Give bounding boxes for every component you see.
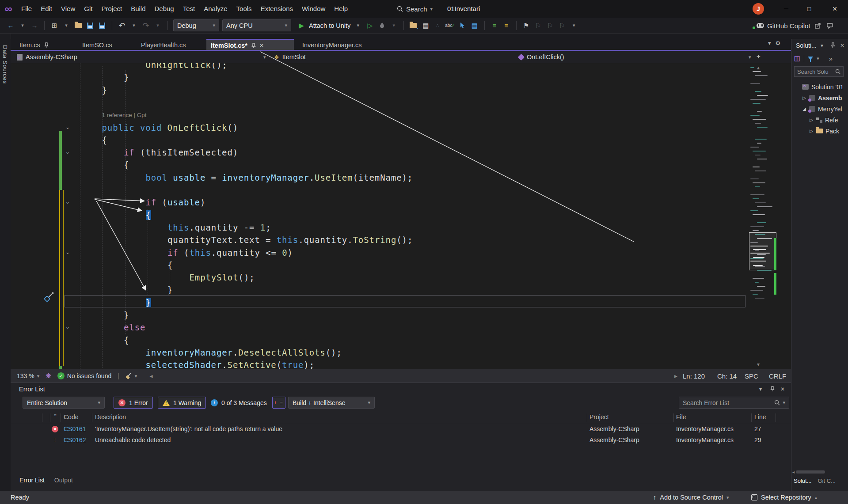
minimap[interactable] <box>747 53 779 369</box>
back-dropdown-icon[interactable]: ▾ <box>18 20 27 31</box>
format-document-icon[interactable]: ▤ <box>470 20 479 31</box>
expander-collapsed-icon[interactable]: ▷ <box>802 95 806 100</box>
column-header-code[interactable]: Code <box>64 413 78 421</box>
open-folder-icon[interactable] <box>74 20 83 31</box>
uncomment-lines-icon[interactable]: ≡ <box>502 20 511 31</box>
toolbar-overflow-icon[interactable]: ▾ <box>570 20 578 31</box>
menu-debug[interactable]: Debug <box>150 0 179 18</box>
messages-filter-toggle[interactable]: i 0 of 3 Messages <box>211 397 267 409</box>
fold-chevron-icon[interactable]: ⌄ <box>64 148 72 155</box>
error-list-search-box[interactable]: Search Error List ▾ <box>679 397 789 409</box>
avatar[interactable]: J <box>753 3 764 15</box>
type-dropdown[interactable]: ❖ ItemSlot <box>274 51 306 63</box>
redo-icon[interactable]: ↷ <box>141 20 150 31</box>
find-in-files-icon[interactable] <box>409 20 418 31</box>
menu-file[interactable]: File <box>17 0 36 18</box>
scroll-down-icon[interactable]: ▾ <box>757 361 760 368</box>
scroll-right-icon[interactable]: ▸ <box>674 372 677 379</box>
tab-solution-explorer[interactable]: Solut... <box>794 477 811 484</box>
hot-reload-dropdown-icon[interactable]: ▾ <box>389 20 398 31</box>
comment-lines-icon[interactable]: ≡ <box>490 20 499 31</box>
menu-test[interactable]: Test <box>179 0 200 18</box>
redo-dropdown-icon[interactable]: ▾ <box>153 20 162 31</box>
column-header-file[interactable]: File <box>676 413 686 421</box>
toggle-bookmark-icon[interactable]: ⚑ <box>522 20 531 31</box>
tab-settings-gear-icon[interactable]: ⚙ <box>776 40 781 46</box>
quick-actions-screwdriver-icon[interactable] <box>43 291 55 303</box>
attach-dropdown-icon[interactable]: ▾ <box>354 20 362 31</box>
save-icon[interactable] <box>86 20 95 31</box>
cell-code[interactable]: CS0161 <box>64 425 86 432</box>
close-button[interactable]: ✕ <box>823 0 846 18</box>
column-header-line[interactable]: Line <box>754 413 766 421</box>
fold-chevron-icon[interactable]: ⌄ <box>64 249 72 255</box>
tree-item-Pack[interactable]: ▷Pack <box>791 125 848 136</box>
tab-Item.cs[interactable]: Item.cs <box>15 39 74 51</box>
close-icon[interactable]: ✕ <box>840 42 844 49</box>
sprinkle-icon[interactable]: ∴ <box>433 20 442 31</box>
copilot-label[interactable]: GitHub Copilot <box>767 22 810 30</box>
menu-tools[interactable]: Tools <box>232 0 256 18</box>
select-repository-button[interactable]: Select Repository ▴ <box>751 491 817 504</box>
document-health-indicator[interactable]: ✓ No issues found <box>57 372 111 379</box>
menu-view[interactable]: View <box>57 0 80 18</box>
pin-icon[interactable] <box>770 386 775 393</box>
filter-funnel-icon[interactable] <box>808 57 813 60</box>
chevron-down-icon[interactable]: ▾ <box>817 56 819 61</box>
tab-output[interactable]: Output <box>54 477 73 484</box>
expander-expanded-icon[interactable]: ◢ <box>802 106 806 111</box>
tab-git-changes[interactable]: Git C... <box>818 477 835 484</box>
zoom-control[interactable]: 133 % ▾ <box>17 372 39 379</box>
tab-ItemSlot.cs[interactable]: ItemSlot.cs*✕ <box>206 39 294 51</box>
member-dropdown[interactable]: OnLeftClick() <box>519 51 564 63</box>
previous-bookmark-icon[interactable]: ⚐ <box>534 20 543 31</box>
menu-project[interactable]: Project <box>97 0 126 18</box>
spell-check-icon[interactable]: abc✓ <box>445 20 455 31</box>
selection-pointer-icon[interactable] <box>458 20 467 31</box>
data-sources-vertical-tab[interactable]: Data Sources <box>2 45 8 84</box>
hot-reload-icon[interactable] <box>377 20 386 31</box>
tab-ItemSO.cs[interactable]: ItemSO.cs <box>78 39 133 51</box>
navigate-back-icon[interactable]: ← <box>6 20 15 31</box>
column-header-project[interactable]: Project <box>589 413 609 421</box>
intellicode-icon[interactable]: ❋ <box>46 372 51 380</box>
codelens-reference[interactable]: 1 reference | Gpt <box>80 110 147 121</box>
tree-item-MerryYel[interactable]: ◢MerryYel <box>791 103 848 114</box>
fold-chevron-icon[interactable]: ⌄ <box>64 323 72 330</box>
solution-search-box[interactable]: Search Solu <box>794 66 844 77</box>
project-dropdown[interactable]: Assembly-CSharp <box>17 51 77 63</box>
filter-button[interactable]: ≡ <box>272 397 285 409</box>
menu-git[interactable]: Git <box>80 0 97 18</box>
fold-chevron-icon[interactable]: ⌄ <box>64 124 72 130</box>
maximize-button[interactable]: □ <box>798 0 821 18</box>
clear-bookmarks-icon[interactable]: ⚐ <box>558 20 567 31</box>
minimap-viewport[interactable] <box>749 232 776 270</box>
menu-extensions[interactable]: Extensions <box>256 0 297 18</box>
scroll-left-icon[interactable]: ◂ <box>149 372 152 379</box>
solution-configuration-dropdown[interactable]: Debug▾ <box>173 19 219 31</box>
source-dropdown[interactable]: Build + IntelliSense▾ <box>288 397 375 409</box>
tree-item-Assemb[interactable]: ▷Assemb <box>791 92 848 103</box>
code-cleanup-button[interactable]: ▾ <box>125 373 137 379</box>
start-without-debugging-icon[interactable]: ▷ <box>365 20 374 31</box>
panel-dropdown-icon[interactable]: ▾ <box>821 42 823 49</box>
chevron-down-icon[interactable]: ▾ <box>263 54 266 60</box>
navigate-forward-icon[interactable]: → <box>30 20 39 31</box>
scope-dropdown[interactable]: Entire Solution▾ <box>23 397 105 409</box>
menu-edit[interactable]: Edit <box>36 0 57 18</box>
cell-code[interactable]: CS0162 <box>64 436 86 443</box>
start-debugging-icon[interactable]: ▶ <box>297 20 306 31</box>
error-row[interactable]: CS0162Unreachable code detectedAssembly-… <box>11 435 791 446</box>
copilot-chat-icon[interactable] <box>825 20 834 31</box>
tree-item-Refe[interactable]: ▷Refe <box>791 114 848 125</box>
document-list-dropdown-icon[interactable]: ▾ <box>768 40 771 46</box>
menu-analyze[interactable]: Analyze <box>199 0 232 18</box>
tab-InventoryManager.cs[interactable]: InventoryManager.cs <box>298 39 391 51</box>
panel-dropdown-icon[interactable]: ▾ <box>759 386 762 392</box>
add-to-source-control-button[interactable]: ↑ Add to Source Control ▾ <box>653 491 729 504</box>
solution-explorer-sync-icon[interactable]: ▤ <box>421 20 430 31</box>
pin-icon[interactable] <box>830 42 835 49</box>
menu-build[interactable]: Build <box>126 0 150 18</box>
error-row[interactable]: ✕CS0161'InventoryManager.UseItem(string)… <box>11 424 791 435</box>
save-all-icon[interactable] <box>98 20 106 31</box>
